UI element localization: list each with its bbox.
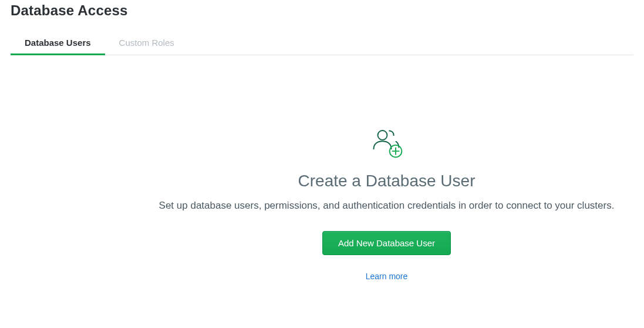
empty-state-description: Set up database users, permissions, and … [159, 199, 615, 213]
add-user-icon [369, 126, 404, 161]
tabs-bar: Database Users Custom Roles [11, 32, 633, 55]
database-access-page: Database Access Database Users Custom Ro… [0, 0, 644, 281]
empty-state: Create a Database User Set up database u… [11, 126, 633, 281]
tab-database-users[interactable]: Database Users [25, 32, 91, 55]
add-new-database-user-button[interactable]: Add New Database User [322, 231, 451, 255]
tab-custom-roles[interactable]: Custom Roles [119, 32, 174, 55]
empty-state-title: Create a Database User [298, 172, 476, 190]
svg-point-0 [377, 130, 387, 140]
learn-more-link[interactable]: Learn more [366, 272, 408, 281]
page-title: Database Access [11, 2, 633, 19]
